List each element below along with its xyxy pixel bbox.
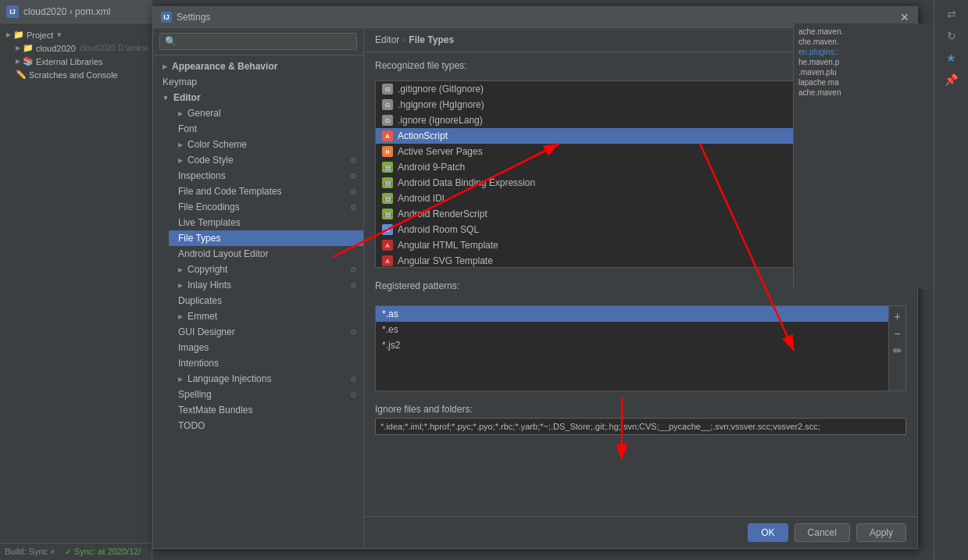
nav-copyright[interactable]: ▶ Copyright ⚙ — [169, 262, 363, 277]
nav-tree: ▶ Appearance & Behavior Keymap ▼ Editor … — [153, 55, 363, 548]
ignore-section: Ignore files and folders: — [375, 404, 906, 435]
nav-intentions[interactable]: Intentions — [169, 355, 363, 371]
android-icon: 🤖 — [382, 177, 393, 188]
nav-general[interactable]: ▶ General — [169, 105, 363, 121]
ide-project-title: cloud2020 › pom.xml — [23, 6, 110, 17]
git-icon: G — [382, 115, 393, 126]
android-icon: 🤖 — [382, 162, 393, 173]
apply-button[interactable]: Apply — [856, 523, 906, 542]
breadcrumb: Editor › File Types — [375, 34, 454, 45]
nav-language-injections[interactable]: ▶ Language Injections ⚙ — [169, 371, 363, 387]
ok-button[interactable]: OK — [748, 523, 788, 542]
patterns-section: *.as *.es *.js2 + − ✏ — [375, 305, 906, 391]
search-input[interactable] — [159, 33, 357, 50]
sql-icon: S — [382, 224, 393, 235]
pattern-item-es[interactable]: *.es — [376, 322, 888, 337]
nav-images[interactable]: Images — [169, 340, 363, 355]
settings-nav-panel: ▶ Appearance & Behavior Keymap ▼ Editor … — [153, 28, 364, 548]
nav-spelling[interactable]: Spelling ⚙ — [169, 387, 363, 402]
pattern-item-js2[interactable]: *.js2 — [376, 337, 888, 353]
nav-emmet[interactable]: ▶ Emmet — [169, 309, 363, 324]
ide-right-strip: ⇄ ↻ ★ 📌 — [934, 0, 968, 560]
ide-project-tree: ▶ 📁 Project ▾ ▶ 📁 cloud2020 cloud2020 D:… — [0, 23, 152, 543]
pin-icon[interactable]: 📌 — [941, 70, 963, 89]
patterns-list: *.as *.es *.js2 — [376, 306, 888, 391]
ide-sidebar: IJ cloud2020 › pom.xml ▶ 📁 Project ▾ ▶ 📁… — [0, 0, 152, 560]
nav-inspections[interactable]: Inspections ⚙ — [169, 168, 363, 184]
tree-project[interactable]: ▶ 📁 Project ▾ — [3, 28, 148, 41]
git-icon: G — [382, 99, 393, 110]
tree-external-libs[interactable]: ▶ 📚 External Libraries — [3, 55, 148, 68]
edit-pattern-button[interactable]: ✏ — [891, 344, 905, 358]
add-pattern-button[interactable]: + — [891, 309, 905, 323]
nav-editor[interactable]: ▼ Editor — [153, 90, 363, 105]
tree-cloud2020[interactable]: ▶ 📁 cloud2020 cloud2020 D:\woksof — [3, 41, 148, 55]
dialog-title: IJ Settings — [161, 12, 210, 23]
as-icon: A — [382, 130, 393, 141]
nav-duplicates[interactable]: Duplicates — [169, 293, 363, 309]
angular-icon: A — [382, 240, 393, 251]
nav-code-style[interactable]: ▶ Code Style ⚙ — [169, 152, 363, 168]
angular-icon: A — [382, 255, 393, 266]
nav-file-code-templates[interactable]: File and Code Templates ⚙ — [169, 184, 363, 199]
nav-editor-subitems: ▶ General Font ▶ Color Scheme ▶ Code S — [153, 105, 363, 433]
android-icon: 🤖 — [382, 209, 393, 219]
nav-textmate[interactable]: TextMate Bundles — [169, 402, 363, 418]
dialog-footer: OK Cancel Apply — [364, 516, 917, 548]
dialog-close-button[interactable]: ✕ — [900, 12, 909, 23]
pattern-item-as[interactable]: *.as — [376, 306, 888, 322]
remove-pattern-button[interactable]: − — [891, 326, 905, 341]
git-icon: G — [382, 84, 393, 95]
search-bar — [153, 28, 363, 55]
nav-color-scheme[interactable]: ▶ Color Scheme — [169, 137, 363, 152]
ide-logo: IJ — [6, 5, 19, 18]
nav-live-templates[interactable]: Live Templates — [169, 215, 363, 230]
dialog-icon: IJ — [161, 12, 172, 23]
nav-inlay-hints[interactable]: ▶ Inlay Hints ⚙ — [169, 277, 363, 293]
android-icon: 🤖 — [382, 193, 393, 204]
nav-gui-designer[interactable]: GUI Designer ⚙ — [169, 324, 363, 340]
refresh-icon[interactable]: ↻ — [941, 27, 963, 45]
maven-panel: ache.maven. che.maven. en.plugins:: he.m… — [793, 23, 934, 289]
ide-topbar: IJ cloud2020 › pom.xml — [0, 0, 152, 23]
nav-keymap[interactable]: Keymap — [153, 74, 363, 90]
html-icon: H — [382, 146, 393, 157]
ignore-label: Ignore files and folders: — [375, 404, 906, 415]
nav-android-layout[interactable]: Android Layout Editor — [169, 246, 363, 262]
nav-appearance[interactable]: ▶ Appearance & Behavior — [153, 59, 363, 74]
sync-icon[interactable]: ⇄ — [941, 5, 963, 23]
ignore-input[interactable] — [375, 418, 906, 435]
nav-todo[interactable]: TODO — [169, 418, 363, 433]
nav-file-encodings[interactable]: File Encodings ⚙ — [169, 199, 363, 215]
cancel-button[interactable]: Cancel — [795, 523, 850, 542]
ide-build-bar: Build: Sync × ✓ Sync: at 2020/12/ — [0, 543, 152, 560]
nav-file-types[interactable]: File Types — [169, 230, 363, 246]
patterns-side-buttons: + − ✏ — [888, 306, 905, 391]
nav-font[interactable]: Font — [169, 121, 363, 137]
bookmark-icon[interactable]: ★ — [941, 48, 963, 67]
tree-scratches[interactable]: ✏️ Scratches and Console — [3, 68, 148, 81]
